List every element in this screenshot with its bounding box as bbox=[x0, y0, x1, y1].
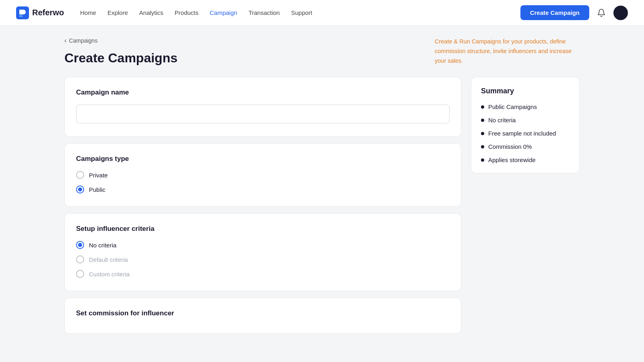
campaign-type-section: Campaigns type Private Public bbox=[64, 143, 461, 207]
nav-products[interactable]: Products bbox=[175, 8, 198, 18]
summary-item-label-3: Commission 0% bbox=[488, 143, 532, 150]
breadcrumb-label: Campaigns bbox=[69, 37, 97, 44]
logo-icon bbox=[16, 6, 29, 19]
main-content: ‹ Campaigns Create & Run Campaigns for y… bbox=[48, 26, 596, 358]
commission-title: Set commission for influencer bbox=[76, 309, 450, 317]
nav-support[interactable]: Support bbox=[291, 8, 312, 18]
summary-bullet-1 bbox=[481, 119, 484, 122]
summary-item-0: Public Campaigns bbox=[481, 103, 570, 110]
nav-campaign[interactable]: Campaign bbox=[210, 8, 237, 18]
summary-item-label-2: Free sample not included bbox=[488, 130, 556, 137]
summary-item-label-1: No criteria bbox=[488, 117, 516, 123]
summary-list: Public Campaigns No criteria Free sample… bbox=[481, 103, 570, 163]
radio-public[interactable]: Public bbox=[76, 185, 450, 193]
nav-home[interactable]: Home bbox=[80, 8, 96, 18]
radio-private-circle bbox=[76, 171, 84, 179]
summary-card: Summary Public Campaigns No criteria Fre… bbox=[471, 77, 580, 173]
summary-bullet-3 bbox=[481, 145, 484, 148]
radio-no-criteria-circle bbox=[76, 241, 84, 249]
campaign-name-input[interactable] bbox=[76, 105, 450, 123]
summary-bullet-4 bbox=[481, 158, 484, 162]
nav-links: Home Explore Analytics Products Campaign… bbox=[80, 8, 520, 18]
form-column: Campaign name Campaigns type Private Pub… bbox=[64, 77, 461, 334]
influencer-criteria-title: Setup influencer criteria bbox=[76, 225, 450, 233]
radio-no-criteria[interactable]: No criteria bbox=[76, 241, 450, 249]
radio-private[interactable]: Private bbox=[76, 171, 450, 179]
radio-default-criteria-circle bbox=[76, 255, 84, 263]
bell-icon[interactable] bbox=[596, 7, 607, 19]
campaign-type-radio-group: Private Public bbox=[76, 171, 450, 193]
content-layout: Campaign name Campaigns type Private Pub… bbox=[64, 77, 580, 334]
influencer-criteria-radio-group: No criteria Default criteria Custom crit… bbox=[76, 241, 450, 278]
radio-public-circle bbox=[76, 185, 84, 193]
radio-custom-criteria-circle bbox=[76, 270, 84, 278]
nav-analytics[interactable]: Analytics bbox=[139, 8, 163, 18]
svg-rect-1 bbox=[19, 15, 23, 17]
radio-custom-criteria[interactable]: Custom criteria bbox=[76, 270, 450, 278]
commission-section: Set commission for influencer bbox=[64, 298, 461, 334]
campaign-type-title: Campaigns type bbox=[76, 155, 450, 163]
create-campaign-button[interactable]: Create Campaign bbox=[520, 5, 589, 20]
radio-private-label: Private bbox=[89, 172, 108, 179]
summary-bullet-0 bbox=[481, 105, 484, 109]
summary-item-4: Applies storewide bbox=[481, 156, 570, 163]
top-area: ‹ Campaigns Create & Run Campaigns for y… bbox=[64, 37, 580, 44]
summary-column: Summary Public Campaigns No criteria Fre… bbox=[471, 77, 580, 173]
tagline: Create & Run Campaigns for your products… bbox=[435, 37, 580, 66]
nav-explore[interactable]: Explore bbox=[107, 8, 128, 18]
summary-bullet-2 bbox=[481, 132, 484, 135]
logo-text: Referwo bbox=[32, 8, 64, 17]
radio-default-criteria[interactable]: Default criteria bbox=[76, 255, 450, 263]
breadcrumb-arrow: ‹ bbox=[64, 37, 66, 44]
radio-public-label: Public bbox=[89, 186, 105, 193]
summary-item-3: Commission 0% bbox=[481, 143, 570, 150]
nav-actions: Create Campaign bbox=[520, 5, 628, 20]
influencer-criteria-section: Setup influencer criteria No criteria De… bbox=[64, 213, 461, 291]
summary-item-label-4: Applies storewide bbox=[488, 156, 536, 163]
summary-title: Summary bbox=[481, 87, 570, 95]
avatar[interactable] bbox=[613, 6, 628, 20]
radio-custom-criteria-label: Custom criteria bbox=[89, 271, 130, 278]
summary-item-2: Free sample not included bbox=[481, 130, 570, 137]
summary-item-1: No criteria bbox=[481, 117, 570, 123]
logo[interactable]: Referwo bbox=[16, 6, 64, 19]
nav-transaction[interactable]: Transaction bbox=[248, 8, 280, 18]
navbar: Referwo Home Explore Analytics Products … bbox=[0, 0, 644, 26]
campaign-name-title: Campaign name bbox=[76, 88, 450, 97]
radio-default-criteria-label: Default criteria bbox=[89, 256, 128, 263]
radio-no-criteria-label: No criteria bbox=[89, 242, 116, 249]
campaign-name-section: Campaign name bbox=[64, 77, 461, 137]
summary-item-label-0: Public Campaigns bbox=[488, 103, 537, 110]
